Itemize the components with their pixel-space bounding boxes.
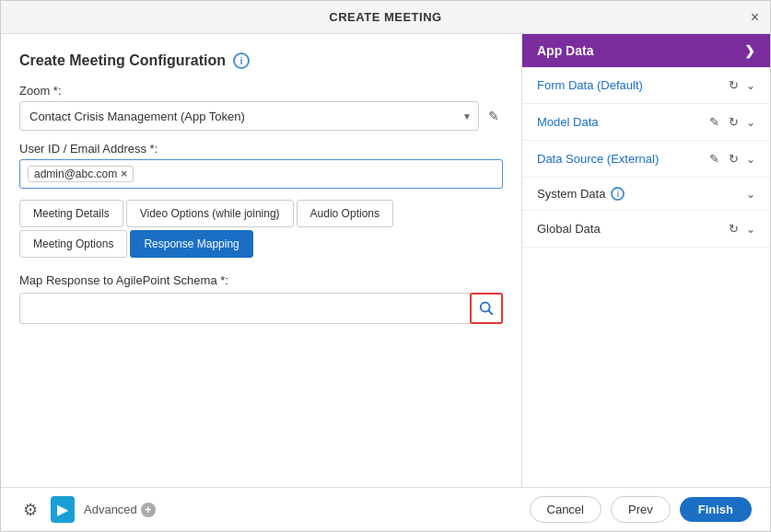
- modal-body: Create Meeting Configuration i Zoom *: C…: [1, 34, 770, 487]
- cancel-button[interactable]: Cancel: [530, 496, 602, 523]
- gear-button[interactable]: ⚙: [19, 496, 41, 524]
- advanced-plus-icon: +: [141, 503, 156, 517]
- map-response-label: Map Response to AgilePoint Schema *:: [19, 273, 503, 287]
- tab-audio-options[interactable]: Audio Options: [297, 200, 393, 227]
- sidebar-item-system-data-actions: ⌄: [746, 188, 755, 201]
- map-response-input[interactable]: [19, 293, 503, 324]
- system-data-info-icon[interactable]: i: [611, 187, 625, 201]
- zoom-label: Zoom *:: [19, 84, 503, 98]
- system-data-chevron-icon: ⌄: [746, 188, 755, 201]
- form-data-chevron-icon: ⌄: [746, 79, 755, 92]
- user-email-tag-remove-button[interactable]: ×: [121, 168, 127, 179]
- user-id-field-group: User ID / Email Address *: admin@abc.com…: [19, 142, 503, 189]
- data-source-edit-button[interactable]: ✎: [707, 150, 721, 168]
- data-source-refresh-button[interactable]: ↻: [727, 150, 741, 168]
- sidebar-item-data-source-actions: ✎ ↻ ⌄: [707, 150, 755, 168]
- zoom-field-group: Zoom *: Contact Crisis Management (App T…: [19, 84, 503, 131]
- create-meeting-modal: CREATE MEETING × Create Meeting Configur…: [0, 0, 771, 532]
- form-data-refresh-button[interactable]: ↻: [727, 76, 741, 94]
- user-id-label: User ID / Email Address *:: [19, 142, 503, 156]
- map-response-search-button[interactable]: [470, 293, 503, 324]
- search-icon: [478, 300, 495, 317]
- footer-left: ⚙ ▶ Advanced +: [19, 496, 156, 524]
- sidebar-item-global-data[interactable]: Global Data ↻ ⌄: [522, 211, 770, 248]
- sidebar-header-chevron-icon: ❯: [744, 43, 755, 58]
- section-info-icon[interactable]: i: [233, 52, 250, 69]
- modal-footer: ⚙ ▶ Advanced + Cancel Prev Finish: [1, 487, 770, 531]
- sidebar-item-data-source[interactable]: Data Source (External) ✎ ↻ ⌄: [522, 141, 770, 178]
- tab-meeting-options[interactable]: Meeting Options: [19, 230, 127, 258]
- zoom-select-wrapper: Contact Crisis Management (App Token) ▼: [19, 101, 479, 131]
- footer-right: Cancel Prev Finish: [530, 496, 752, 523]
- gear-icon: ⚙: [23, 501, 38, 519]
- modal-header: CREATE MEETING ×: [1, 1, 770, 34]
- tabs-container: Meeting Details Video Options (while joi…: [19, 200, 503, 260]
- video-button[interactable]: ▶: [51, 496, 75, 523]
- advanced-button[interactable]: Advanced +: [84, 503, 156, 517]
- video-icon: ▶: [57, 502, 68, 517]
- zoom-edit-button[interactable]: ✎: [485, 105, 503, 127]
- sidebar-header: App Data ❯: [522, 34, 770, 67]
- finish-button[interactable]: Finish: [680, 497, 752, 522]
- map-response-section: Map Response to AgilePoint Schema *:: [19, 273, 503, 324]
- global-data-chevron-icon: ⌄: [746, 223, 755, 236]
- advanced-label: Advanced: [84, 503, 137, 516]
- tab-video-options[interactable]: Video Options (while joining): [126, 200, 294, 227]
- user-email-tag: admin@abc.com ×: [28, 166, 134, 182]
- zoom-select[interactable]: Contact Crisis Management (App Token): [19, 101, 479, 131]
- zoom-input-row: Contact Crisis Management (App Token) ▼ …: [19, 101, 503, 131]
- sidebar-item-model-data-actions: ✎ ↻ ⌄: [707, 113, 755, 131]
- sidebar-item-model-data[interactable]: Model Data ✎ ↻ ⌄: [522, 104, 770, 141]
- modal-title: CREATE MEETING: [329, 10, 441, 24]
- user-email-tag-text: admin@abc.com: [34, 168, 117, 180]
- model-data-refresh-button[interactable]: ↻: [727, 113, 741, 131]
- section-title-row: Create Meeting Configuration i: [19, 52, 503, 69]
- section-title-text: Create Meeting Configuration: [19, 52, 226, 69]
- sidebar-item-global-data-label: Global Data: [537, 222, 601, 236]
- model-data-chevron-icon: ⌄: [746, 116, 755, 129]
- model-data-edit-button[interactable]: ✎: [707, 113, 721, 131]
- sidebar: App Data ❯ Form Data (Default) ↻ ⌄ Model…: [521, 34, 770, 487]
- tab-response-mapping[interactable]: Response Mapping: [130, 230, 252, 258]
- sidebar-item-form-data-actions: ↻ ⌄: [727, 76, 755, 94]
- sidebar-item-form-data[interactable]: Form Data (Default) ↻ ⌄: [522, 67, 770, 104]
- modal-close-button[interactable]: ×: [751, 10, 759, 25]
- prev-button[interactable]: Prev: [611, 496, 671, 523]
- main-content: Create Meeting Configuration i Zoom *: C…: [1, 34, 521, 487]
- sidebar-item-model-data-label: Model Data: [537, 115, 598, 129]
- user-id-tag-input[interactable]: admin@abc.com ×: [19, 159, 503, 189]
- sidebar-item-form-data-label: Form Data (Default): [537, 78, 643, 92]
- sidebar-title: App Data: [537, 43, 593, 58]
- sidebar-item-system-data-label: System Data: [537, 187, 605, 201]
- map-response-input-wrapper: [19, 293, 503, 324]
- edit-icon: ✎: [488, 109, 499, 123]
- global-data-refresh-button[interactable]: ↻: [727, 220, 741, 237]
- tab-meeting-details[interactable]: Meeting Details: [19, 200, 123, 227]
- sidebar-item-global-data-actions: ↻ ⌄: [727, 220, 755, 237]
- sidebar-item-system-data[interactable]: System Data i ⌄: [522, 178, 770, 211]
- svg-line-1: [488, 310, 492, 314]
- sidebar-item-data-source-label: Data Source (External): [537, 152, 659, 166]
- data-source-chevron-icon: ⌄: [746, 153, 755, 166]
- sidebar-item-system-data-left: System Data i: [537, 187, 625, 201]
